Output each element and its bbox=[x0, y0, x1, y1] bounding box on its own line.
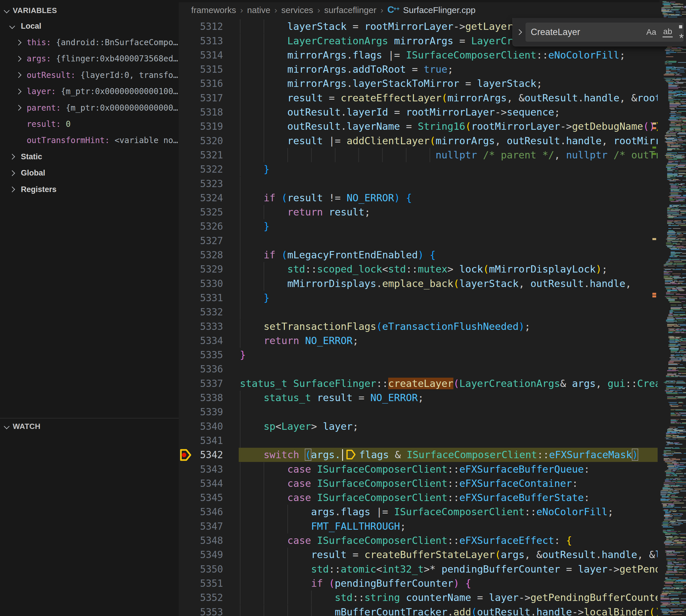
variables-section-registers[interactable]: Registers bbox=[0, 181, 179, 198]
line-number[interactable]: 5327 bbox=[194, 234, 223, 248]
code-line[interactable]: 5339 bbox=[179, 405, 658, 419]
line-number[interactable]: 5314 bbox=[194, 48, 223, 62]
code-line[interactable]: 5332 bbox=[179, 305, 658, 319]
line-number[interactable]: 5313 bbox=[194, 34, 223, 48]
line-number[interactable]: 5351 bbox=[194, 576, 223, 591]
line-number[interactable]: 5319 bbox=[194, 119, 223, 133]
variable-row[interactable]: this: {android::BnSurfaceCompo… bbox=[0, 34, 179, 50]
line-number[interactable]: 5347 bbox=[194, 519, 223, 533]
line-number[interactable]: 5341 bbox=[194, 434, 223, 448]
line-number[interactable]: 5349 bbox=[194, 548, 223, 562]
variables-section-local[interactable]: Local bbox=[0, 18, 179, 34]
line-number[interactable]: 5323 bbox=[194, 177, 223, 191]
code-line[interactable]: 5318 outResult.layerId = rootMirrorLayer… bbox=[179, 105, 658, 119]
code-line[interactable]: 5344 case ISurfaceComposerClient::eFXSur… bbox=[179, 477, 658, 490]
line-number[interactable]: 5337 bbox=[194, 376, 223, 391]
line-number[interactable]: 5343 bbox=[194, 462, 223, 477]
line-number[interactable]: 5312 bbox=[194, 19, 223, 34]
variable-row[interactable]: result: 0 bbox=[0, 116, 179, 132]
match-case-icon[interactable]: Aa bbox=[646, 27, 656, 37]
code-line[interactable]: 5349 result = createBufferStateLayer(arg… bbox=[179, 548, 658, 562]
code-line[interactable]: 5347 FMT_FALLTHROUGH; bbox=[179, 519, 658, 533]
breadcrumb-item[interactable]: native bbox=[247, 5, 270, 15]
code-line[interactable]: 5346 args.flags |= ISurfaceComposerClien… bbox=[179, 505, 658, 519]
code-line[interactable]: 5330 mMirrorDisplays.emplace_back(layerS… bbox=[179, 277, 658, 291]
line-number[interactable]: 5320 bbox=[194, 134, 223, 148]
code-line[interactable]: 5327 bbox=[179, 234, 658, 248]
code-line[interactable]: 5343 case ISurfaceComposerClient::eFXSur… bbox=[179, 462, 658, 477]
watch-panel-header[interactable]: WATCH bbox=[0, 419, 179, 434]
line-number[interactable]: 5338 bbox=[194, 391, 223, 405]
line-number[interactable]: 5318 bbox=[194, 105, 223, 119]
line-number[interactable]: 5345 bbox=[194, 490, 223, 505]
line-number[interactable]: 5317 bbox=[194, 91, 223, 105]
whole-word-icon[interactable]: ab bbox=[663, 27, 673, 37]
code-line[interactable]: 5350 std::atomic<int32_t>* pendingBuffer… bbox=[179, 562, 658, 576]
breadcrumb-item[interactable]: frameworks bbox=[191, 5, 236, 15]
breadcrumb[interactable]: frameworks›native›services›surfaceflinge… bbox=[179, 2, 686, 18]
line-number[interactable]: 5325 bbox=[194, 205, 223, 219]
toggle-replace-button[interactable] bbox=[513, 18, 526, 46]
variables-section-static[interactable]: Static bbox=[0, 149, 179, 165]
variable-row[interactable]: args: {flinger:0xb4000073568ed… bbox=[0, 51, 179, 67]
code-line[interactable]: 5326 } bbox=[179, 219, 658, 234]
line-number[interactable]: 5324 bbox=[194, 191, 223, 205]
line-number[interactable]: 5330 bbox=[194, 277, 223, 291]
code-line[interactable]: 5338 status_t result = NO_ERROR; bbox=[179, 391, 658, 405]
code-line[interactable]: 5340 sp<Layer> layer; bbox=[179, 419, 658, 434]
code-line[interactable]: 5328 if (mLegacyFrontEndEnabled) { bbox=[179, 248, 658, 262]
line-number[interactable]: 5331 bbox=[194, 291, 223, 305]
code-line[interactable]: 5337status_t SurfaceFlinger::createLayer… bbox=[179, 376, 658, 391]
line-number[interactable]: 5335 bbox=[194, 348, 223, 362]
line-number[interactable]: 5322 bbox=[194, 162, 223, 176]
code-line[interactable]: 5322 } bbox=[179, 162, 658, 176]
line-number[interactable]: 5333 bbox=[194, 320, 223, 334]
code-line[interactable]: 5335} bbox=[179, 348, 658, 362]
code-line[interactable]: 5334 return NO_ERROR; bbox=[179, 334, 658, 348]
variable-row[interactable]: parent: {m_ptr:0x0000000000000… bbox=[0, 100, 179, 116]
line-number[interactable]: 5352 bbox=[194, 591, 223, 605]
code-line[interactable]: 5351 if (pendingBufferCounter) { bbox=[179, 576, 658, 591]
code-line[interactable]: 5333 setTransactionFlags(eTransactionFlu… bbox=[179, 320, 658, 334]
code-area[interactable]: 5312 layerStack = rootMirrorLayer->getLa… bbox=[179, 18, 658, 616]
line-number[interactable]: 5329 bbox=[194, 262, 223, 276]
find-input[interactable] bbox=[526, 27, 646, 37]
breakpoint-stackframe-icon[interactable] bbox=[179, 448, 192, 462]
code-line[interactable]: 5323 bbox=[179, 177, 658, 191]
code-line[interactable]: 5345 case ISurfaceComposerClient::eFXSur… bbox=[179, 490, 658, 505]
line-number[interactable]: 5346 bbox=[194, 505, 223, 519]
code-line[interactable]: 5315 mirrorArgs.addToRoot = true; bbox=[179, 62, 658, 76]
breadcrumb-item[interactable]: surfaceflinger bbox=[324, 5, 376, 15]
minimap[interactable] bbox=[660, 0, 686, 616]
code-line[interactable]: 5319 outResult.layerName = String16(root… bbox=[179, 119, 658, 133]
code-line[interactable]: 5329 std::scoped_lock<std::mutex> lock(m… bbox=[179, 262, 658, 276]
code-line[interactable]: 5352 std::string counterName = layer->ge… bbox=[179, 591, 658, 605]
code-line[interactable]: 5325 return result; bbox=[179, 205, 658, 219]
line-number[interactable]: 5328 bbox=[194, 248, 223, 262]
breadcrumb-file[interactable]: SurfaceFlinger.cpp bbox=[403, 5, 475, 15]
line-number[interactable]: 5348 bbox=[194, 533, 223, 548]
code-line[interactable]: 5342 switch (args.flags & ISurfaceCompos… bbox=[179, 448, 658, 462]
code-line[interactable]: 5314 mirrorArgs.flags |= ISurfaceCompose… bbox=[179, 48, 658, 62]
regex-icon[interactable]: * bbox=[679, 21, 684, 43]
overview-ruler[interactable] bbox=[651, 0, 660, 616]
code-line[interactable]: 5320 result |= addClientLayer(mirrorArgs… bbox=[179, 134, 658, 148]
code-line[interactable]: 5316 mirrorArgs.layerStackToMirror = lay… bbox=[179, 76, 658, 91]
line-number[interactable]: 5344 bbox=[194, 477, 223, 490]
line-number[interactable]: 5353 bbox=[194, 605, 223, 616]
line-number[interactable]: 5340 bbox=[194, 419, 223, 434]
line-number[interactable]: 5336 bbox=[194, 362, 223, 376]
variable-row[interactable]: outResult: {layerId:0, transfo… bbox=[0, 67, 179, 83]
variables-panel-header[interactable]: VARIABLES bbox=[0, 3, 179, 18]
code-line[interactable]: 5331 } bbox=[179, 291, 658, 305]
code-line[interactable]: 5341 bbox=[179, 434, 658, 448]
code-line[interactable]: 5353 mBufferCountTracker.add(outResult.h… bbox=[179, 605, 658, 616]
code-line[interactable]: 5317 result = createEffectLayer(mirrorAr… bbox=[179, 91, 658, 105]
line-number[interactable]: 5316 bbox=[194, 76, 223, 91]
code-line[interactable]: 5348 case ISurfaceComposerClient::eFXSur… bbox=[179, 533, 658, 548]
code-line[interactable]: 5336 bbox=[179, 362, 658, 376]
variable-row[interactable]: layer: {m_ptr:0x00000000000100… bbox=[0, 83, 179, 100]
line-number[interactable]: 5315 bbox=[194, 62, 223, 76]
line-number[interactable]: 5339 bbox=[194, 405, 223, 419]
line-number[interactable]: 5342 bbox=[194, 448, 223, 462]
